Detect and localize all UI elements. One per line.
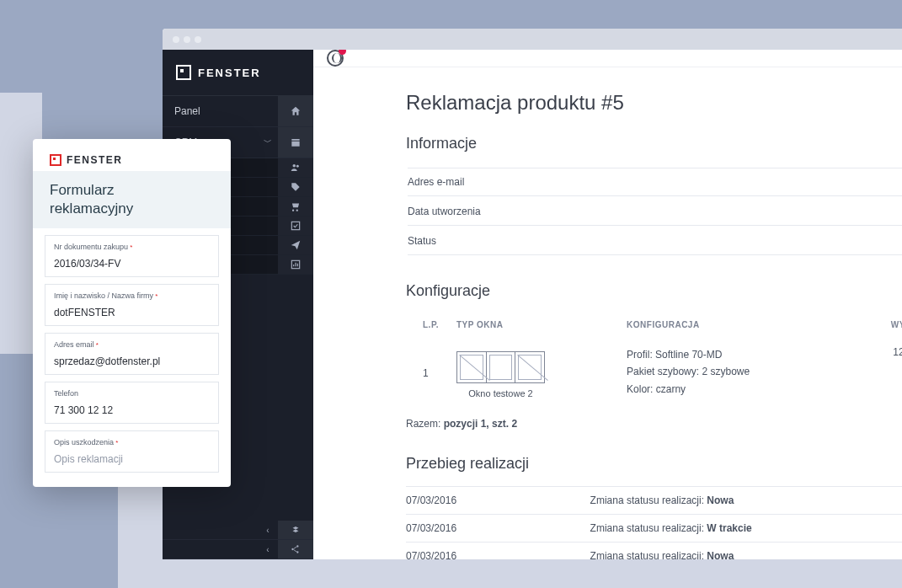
history-row: 07/03/2016Zmiana statusu realizacji: Now… bbox=[406, 543, 902, 560]
topbar bbox=[313, 50, 902, 67]
mobile-logo: FENSTER bbox=[50, 154, 214, 166]
users-icon bbox=[278, 158, 313, 177]
page-title: Reklamacja produktu #5 bbox=[406, 91, 902, 115]
cell-wym: 1200 bbox=[863, 339, 902, 406]
history-row: 07/03/2016Zmiana statusu realizacji: Now… bbox=[406, 487, 902, 515]
col-wym: WYMI bbox=[863, 313, 902, 339]
history-heading: Przebieg realizacji bbox=[406, 455, 902, 473]
config-row: 1 Okno testowe 2 bbox=[406, 339, 902, 406]
field-label: Nr dokumentu zakupu bbox=[54, 243, 210, 251]
email-field[interactable]: Adres email sprzedaz@dotfenster.pl bbox=[45, 333, 219, 375]
chevron-left-icon: ‹ bbox=[258, 540, 278, 559]
cubes-icon bbox=[278, 521, 313, 539]
svg-point-1 bbox=[296, 165, 299, 168]
calendar-icon bbox=[278, 127, 313, 158]
chevron-down-icon: ﹀ bbox=[258, 127, 278, 158]
mobile-form-card: FENSTER Formularz reklamacyjny Nr dokume… bbox=[33, 139, 231, 487]
config-table: L.P. TYP OKNA KONFIGURACJA WYMI 1 bbox=[406, 313, 902, 406]
logo-mark-icon bbox=[50, 154, 61, 166]
col-konf: KONFIGURACJA bbox=[627, 313, 863, 339]
logo-mark-icon bbox=[176, 65, 191, 80]
svg-point-6 bbox=[296, 551, 298, 553]
svg-point-4 bbox=[291, 548, 293, 550]
check-square-icon bbox=[278, 216, 313, 235]
cell-lp: 1 bbox=[406, 339, 456, 406]
phone-field[interactable]: Telefon 71 300 12 12 bbox=[45, 382, 219, 424]
nav-bottom-2[interactable]: ‹ bbox=[163, 540, 313, 559]
name-field[interactable]: Imię i nazwisko / Nazwa firmy dotFENSTER bbox=[45, 284, 219, 326]
paper-plane-icon bbox=[278, 236, 313, 254]
info-row: Status bbox=[408, 227, 902, 255]
main-content: Reklamacja produktu #5 Informacje Adres … bbox=[313, 50, 902, 559]
field-value: sprzedaz@dotfenster.pl bbox=[54, 355, 210, 367]
bar-chart-icon bbox=[278, 255, 313, 274]
mobile-title: Formularz reklamacyjny bbox=[33, 171, 231, 228]
desktop-window: FENSTER Panel CRM ﹀ bbox=[163, 29, 902, 559]
field-label: Telefon bbox=[54, 389, 210, 398]
cart-icon bbox=[278, 197, 313, 216]
traffic-dot bbox=[173, 36, 179, 43]
field-label: Imię i nazwisko / Nazwa firmy bbox=[54, 291, 210, 300]
description-field[interactable]: Opis uszkodzenia Opis reklamacji bbox=[45, 430, 219, 473]
config-summary: Razem: pozycji 1, szt. 2 bbox=[406, 418, 902, 430]
typ-name: Okno testowe 2 bbox=[456, 388, 545, 398]
field-label: Opis uszkodzenia bbox=[54, 438, 210, 446]
nav-label: Panel bbox=[163, 96, 278, 126]
field-placeholder: Opis reklamacji bbox=[54, 453, 210, 465]
nav-bottom-1[interactable]: ‹ bbox=[163, 521, 313, 540]
cell-typ: Okno testowe 2 bbox=[456, 339, 627, 406]
app-logo: FENSTER bbox=[163, 50, 313, 96]
nav-item-panel[interactable]: Panel bbox=[163, 96, 313, 127]
info-row: Adres e-mail bbox=[408, 168, 902, 196]
chevron-left-icon: ‹ bbox=[258, 521, 278, 539]
notifications-globe-icon[interactable] bbox=[327, 50, 344, 67]
info-table: Adres e-mail Data utworzenia Status bbox=[406, 166, 902, 257]
svg-point-5 bbox=[296, 545, 298, 547]
share-icon bbox=[278, 540, 313, 559]
field-value: dotFENSTER bbox=[54, 307, 210, 318]
col-typ: TYP OKNA bbox=[456, 313, 627, 339]
window-preview-icon bbox=[456, 351, 545, 383]
tag-icon bbox=[278, 178, 313, 196]
window-titlebar bbox=[163, 29, 902, 50]
col-lp: L.P. bbox=[406, 313, 456, 339]
history-row: 07/03/2016Zmiana statusu realizacji: W t… bbox=[406, 515, 902, 543]
home-icon bbox=[278, 96, 313, 126]
field-value: 2016/03/34-FV bbox=[54, 258, 210, 270]
logo-text: FENSTER bbox=[198, 67, 261, 79]
logo-text: FENSTER bbox=[67, 154, 123, 166]
traffic-dot bbox=[195, 36, 201, 43]
svg-rect-2 bbox=[291, 222, 299, 229]
field-label: Adres email bbox=[54, 340, 210, 349]
history-table: 07/03/2016Zmiana statusu realizacji: Now… bbox=[406, 486, 902, 559]
field-value: 71 300 12 12 bbox=[54, 404, 210, 416]
cell-konf: Profil: Softline 70-MD Pakiet szybowy: 2… bbox=[627, 339, 863, 406]
info-row: Data utworzenia bbox=[408, 198, 902, 226]
svg-point-0 bbox=[293, 164, 296, 168]
doc-number-field[interactable]: Nr dokumentu zakupu 2016/03/34-FV bbox=[45, 235, 219, 277]
traffic-dot bbox=[184, 36, 190, 43]
info-heading: Informacje bbox=[406, 135, 902, 152]
config-heading: Konfiguracje bbox=[406, 282, 902, 300]
